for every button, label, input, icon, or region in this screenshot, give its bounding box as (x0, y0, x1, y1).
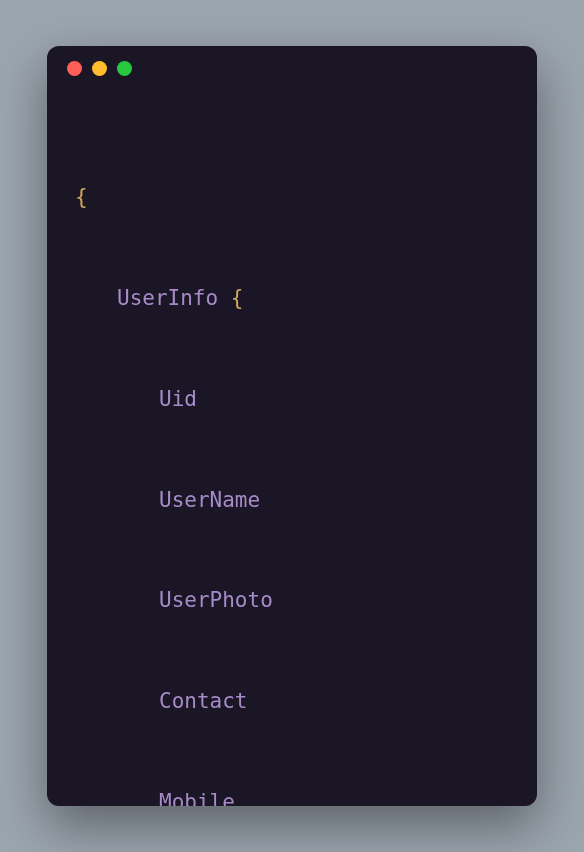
inner-open-brace: { (231, 286, 244, 310)
field-uid: Uid (159, 387, 197, 411)
field-userphoto: UserPhoto (159, 588, 273, 612)
outer-open-brace: { (75, 185, 88, 209)
titlebar (47, 46, 537, 90)
code-window: { UserInfo { Uid UserName UserPhoto Cont… (47, 46, 537, 806)
type-name: UserInfo (117, 286, 218, 310)
field-username: UserName (159, 488, 260, 512)
minimize-icon[interactable] (92, 61, 107, 76)
code-content: { UserInfo { Uid UserName UserPhoto Cont… (47, 90, 537, 806)
maximize-icon[interactable] (117, 61, 132, 76)
field-mobile: Mobile (159, 790, 235, 806)
field-contact: Contact (159, 689, 248, 713)
close-icon[interactable] (67, 61, 82, 76)
